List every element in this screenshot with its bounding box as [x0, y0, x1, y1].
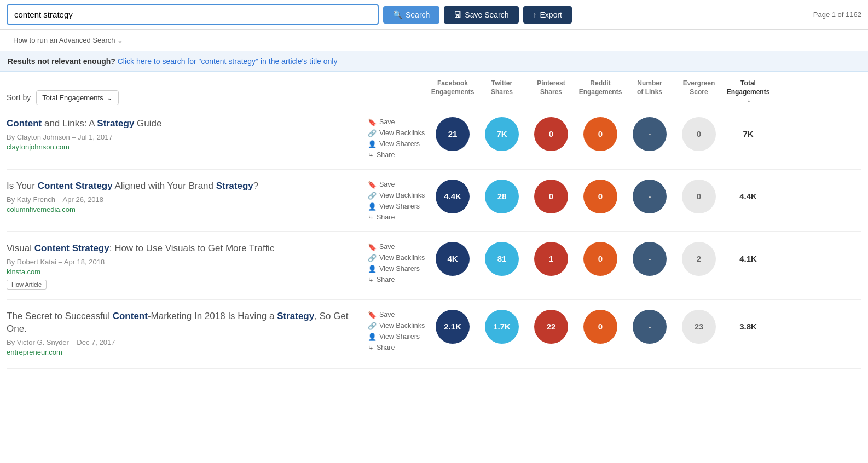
result-meta: By Robert Katai – Apr 18, 2018 [7, 258, 357, 266]
result-domain[interactable]: entrepreneur.com [7, 348, 357, 356]
action-save[interactable]: 🔖Save [368, 311, 428, 319]
metric-circle: 2.1K [436, 310, 470, 344]
action-view-backlinks[interactable]: 🔗View Backlinks [368, 192, 428, 200]
metric-circle: - [633, 117, 667, 151]
metric-circle: - [633, 180, 667, 213]
view-backlinks-icon: 🔗 [368, 129, 377, 137]
metric-cell: 0 [674, 180, 724, 213]
metric-circle: 2 [682, 242, 716, 276]
action-view-sharers[interactable]: 👤View Sharers [368, 333, 428, 341]
view-backlinks-icon: 🔗 [368, 192, 377, 200]
col-header-reddit: RedditEngagements [576, 79, 625, 105]
table-row: Is Your Content Strategy Aligned with Yo… [7, 170, 861, 232]
action-view-backlinks[interactable]: 🔗View Backlinks [368, 254, 428, 262]
result-domain[interactable]: claytonjohnson.com [7, 143, 357, 151]
action-view-backlinks[interactable]: 🔗View Backlinks [368, 129, 428, 137]
metric-circle: 0 [534, 117, 568, 151]
title-search-link[interactable]: Click here to search for "content strate… [118, 57, 338, 66]
view-sharers-icon: 👤 [368, 140, 377, 148]
action-share[interactable]: ⤷Share [368, 344, 428, 352]
metric-circle: - [633, 242, 667, 276]
search-input-wrap [7, 4, 379, 25]
action-view-sharers[interactable]: 👤View Sharers [368, 140, 428, 148]
metric-cell: 0 [576, 242, 625, 276]
action-share[interactable]: ⤷Share [368, 213, 428, 222]
metric-cell: - [625, 310, 674, 344]
col-header-total[interactable]: TotalEngagements ↓ [724, 79, 773, 105]
results-area: Content and Links: A Strategy GuideBy Cl… [0, 107, 868, 369]
action-share[interactable]: ⤷Share [368, 276, 428, 284]
col-header-twitter: TwitterShares [477, 79, 526, 105]
view-backlinks-icon: 🔗 [368, 254, 377, 262]
metric-circle: 0 [583, 117, 617, 151]
metric-circle: 21 [436, 117, 470, 151]
metric-cell: - [625, 180, 674, 213]
metric-cell: 0 [576, 310, 625, 344]
metric-cell: 4K [428, 242, 477, 276]
col-header-pinterest: PinterestShares [526, 79, 576, 105]
metric-circle: 28 [485, 180, 519, 213]
share-icon: ⤷ [368, 213, 374, 222]
metric-circle: 0 [682, 180, 716, 213]
result-title[interactable]: Is Your Content Strategy Aligned with Yo… [7, 180, 357, 193]
column-headers: FacebookEngagements TwitterShares Pinter… [428, 79, 861, 105]
metric-circle: 0 [583, 180, 617, 213]
action-save[interactable]: 🔖Save [368, 118, 428, 126]
metric-circle: 4.4K [436, 180, 470, 213]
metric-cell: 0 [526, 180, 576, 213]
table-row: Content and Links: A Strategy GuideBy Cl… [7, 107, 861, 170]
save-icon: 🔖 [368, 243, 377, 251]
page-info: Page 1 of 1162 [813, 10, 861, 19]
action-save[interactable]: 🔖Save [368, 243, 428, 251]
result-domain[interactable]: kinsta.com [7, 268, 357, 276]
metric-circle: 1.7K [485, 310, 519, 344]
metric-circle: 23 [682, 310, 716, 344]
metric-circle: - [633, 310, 667, 344]
metric-cell: 4.4K [724, 192, 773, 201]
result-title[interactable]: Visual Content Strategy: How to Use Visu… [7, 242, 357, 255]
metric-circle: 1 [534, 242, 568, 276]
metric-cell: 28 [477, 180, 526, 213]
sort-select[interactable]: Total Engagements ⌄ [36, 90, 118, 105]
advanced-search-link[interactable]: How to run an Advanced Search ⌄ [7, 33, 130, 48]
result-title[interactable]: The Secret to Successful Content-Marketi… [7, 310, 357, 336]
export-button[interactable]: ↑ Export [523, 6, 572, 24]
chevron-down-icon: ⌄ [117, 36, 123, 44]
action-view-sharers[interactable]: 👤View Sharers [368, 265, 428, 273]
save-icon: 🖫 [454, 10, 461, 19]
share-icon: ⤷ [368, 151, 374, 159]
action-view-backlinks[interactable]: 🔗View Backlinks [368, 322, 428, 330]
metric-cell: - [625, 242, 674, 276]
save-search-button[interactable]: 🖫 Save Search [444, 6, 518, 24]
metric-cell: 0 [576, 180, 625, 213]
info-banner: Results not relevant enough? Click here … [0, 51, 868, 72]
search-input[interactable] [7, 4, 379, 25]
metric-cell: 0 [674, 117, 724, 151]
action-save[interactable]: 🔖Save [368, 181, 428, 189]
sort-label: Sort by [7, 93, 31, 102]
table-row: Visual Content Strategy: How to Use Visu… [7, 232, 861, 300]
metric-circle: 7K [485, 117, 519, 151]
view-sharers-icon: 👤 [368, 333, 377, 341]
metric-circle: 0 [682, 117, 716, 151]
result-tag: How Article [7, 280, 47, 290]
metric-cell: 0 [526, 117, 576, 151]
action-share[interactable]: ⤷Share [368, 151, 428, 159]
result-domain[interactable]: columnfivemedia.com [7, 205, 357, 213]
metric-cell: 4.1K [724, 254, 773, 263]
result-meta: By Katy French – Apr 26, 2018 [7, 195, 357, 204]
result-title[interactable]: Content and Links: A Strategy Guide [7, 117, 357, 130]
action-view-sharers[interactable]: 👤View Sharers [368, 202, 428, 211]
save-icon: 🔖 [368, 118, 377, 126]
metric-cell: 7K [477, 117, 526, 151]
metric-circle: 0 [534, 180, 568, 213]
save-icon: 🔖 [368, 181, 377, 189]
search-button[interactable]: 🔍 Search [383, 6, 439, 24]
metric-circle: 0 [583, 310, 617, 344]
metric-cell: 2 [674, 242, 724, 276]
metric-cell: 23 [674, 310, 724, 344]
metric-circle: 81 [485, 242, 519, 276]
chevron-down-icon: ⌄ [107, 94, 113, 102]
share-icon: ⤷ [368, 276, 374, 284]
metric-cell: 1 [526, 242, 576, 276]
